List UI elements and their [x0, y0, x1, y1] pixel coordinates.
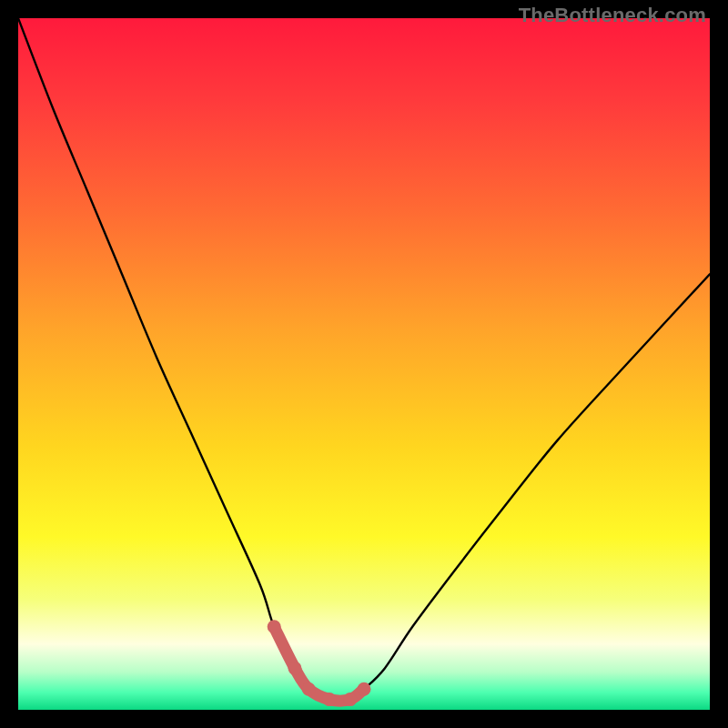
chart-plot-area — [18, 18, 710, 710]
chart-svg — [18, 18, 710, 710]
highlight-dot — [268, 620, 281, 633]
highlight-dot — [358, 682, 371, 696]
highlight-dot — [343, 693, 357, 706]
chart-background — [18, 18, 710, 710]
chart-stage: TheBottleneck.com — [0, 0, 728, 728]
highlight-dot — [302, 682, 316, 696]
highlight-dot — [323, 693, 337, 706]
highlight-dot — [288, 662, 302, 675]
